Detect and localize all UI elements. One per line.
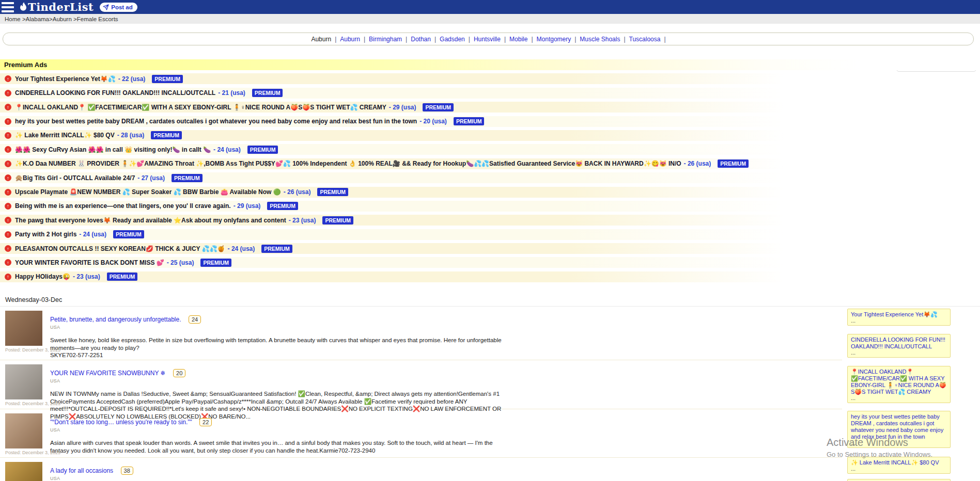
listing-row: Posted: December 3, 2025 "“Don't stare t…: [0, 409, 842, 458]
site-logo[interactable]: TinderList: [19, 2, 94, 12]
city-separator: |: [335, 36, 336, 43]
listing-photo[interactable]: [5, 311, 42, 346]
premium-ad-age: - 25 (usa): [167, 259, 194, 266]
city-link[interactable]: Dothan: [411, 36, 431, 43]
city-link[interactable]: Montgomery: [537, 36, 571, 43]
sidebar-ad-ellipsis: ...: [851, 395, 947, 401]
sidebar-ad-box[interactable]: 🌺🌺 Sexy CuRvy Asian 🌺🌺 in call 👑 visitin…: [847, 479, 951, 481]
premium-badge: PREMIUM: [252, 89, 283, 97]
sidebar-ad-link[interactable]: CINDERELLA LOOKING FOR FUN!!! OAKLAND!!!…: [851, 336, 947, 350]
breadcrumb-link[interactable]: Auburn: [53, 16, 72, 22]
premium-badge: PREMIUM: [322, 216, 353, 225]
city-separator: |: [434, 36, 436, 43]
listing-contact: SKYE702-577-2251: [50, 351, 842, 359]
premium-ad-row: Being with me is an experience—one that …: [0, 201, 980, 212]
listing-title-link[interactable]: YOUR NEW FAVORITE SNOWBUNNY ❄: [50, 370, 166, 377]
premium-ad-age: - 22 (usa): [118, 75, 146, 83]
sidebar-ad-box[interactable]: ✨ Lake Merritt INCALL✨ $80 QV ...: [847, 457, 951, 474]
premium-ad-age: - 29 (usa): [234, 202, 261, 210]
premium-ad-row: PLEASANTON OUTCALLS !! SEXY KOREAN💋 THIC…: [0, 243, 980, 254]
premium-ad-link[interactable]: CINDERELLA LOOKING FOR FUN!!! OAKLAND!!!…: [15, 89, 215, 97]
up-arrow-icon: [5, 75, 11, 82]
premium-ad-link[interactable]: PLEASANTON OUTCALLS !! SEXY KOREAN💋 THIC…: [15, 245, 225, 252]
date-header: Wednesday-03-Dec: [0, 295, 980, 307]
up-arrow-icon: [5, 245, 11, 252]
sidebar-ad-box[interactable]: CINDERELLA LOOKING FOR FUN!!! OAKLAND!!!…: [847, 334, 951, 358]
listing-description: Sweet like honey, bold like espresso. Pe…: [50, 336, 502, 351]
premium-ad-row: ✨K.O Daa NUMBER 🐰 PROVIDER 🧍✨💕AMAZING Th…: [0, 158, 980, 169]
premium-ad-link[interactable]: Being with me is an experience—one that …: [15, 202, 231, 210]
premium-ad-link[interactable]: ✨K.O Daa NUMBER 🐰 PROVIDER 🧍✨💕AMAZING Th…: [15, 160, 681, 167]
city-nav: Auburn|Auburn|Birmingham|Dothan|Gadsden|…: [3, 33, 974, 45]
premium-ad-age: - 26 (usa): [284, 188, 311, 196]
premium-ad-link[interactable]: 📍INCALL OAKLAND📍 ✅FACETIME/CAR✅ WITH A S…: [15, 104, 386, 111]
premium-ad-age: - 27 (usa): [137, 174, 165, 182]
up-arrow-icon: [5, 161, 11, 167]
sidebar-ad-link[interactable]: ✨ Lake Merritt INCALL✨ $80 QV: [851, 459, 947, 466]
listing-country: USA: [50, 427, 842, 432]
premium-ad-age: - 21 (usa): [218, 89, 245, 97]
listing-photo[interactable]: [5, 413, 42, 448]
age-badge: 24: [189, 315, 201, 324]
premium-ad-row: 📍INCALL OAKLAND📍 ✅FACETIME/CAR✅ WITH A S…: [0, 102, 980, 113]
sidebar-ad-box[interactable]: 📍INCALL OAKLAND📍 ✅FACETIME/CAR✅ WITH A S…: [847, 366, 951, 403]
premium-ad-row: Your Tightest Experience Yet🦊💦 - 22 (usa…: [0, 73, 980, 84]
listing-title-link[interactable]: Petite, brunette, and dangerously unforg…: [50, 316, 181, 323]
premium-badge: PREMIUM: [113, 230, 144, 238]
breadcrumb-link[interactable]: Home: [5, 16, 21, 22]
city-separator: |: [574, 36, 576, 43]
breadcrumb-link[interactable]: Female Escorts: [77, 16, 118, 22]
premium-ad-link[interactable]: 🌺🌺 Sexy CuRvy Asian 🌺🌺 in call 👑 visitin…: [15, 146, 211, 153]
listing-title-link[interactable]: "“Don't stare too long… unless you're re…: [50, 419, 192, 426]
sidebar-ads: Your Tightest Experience Yet🦊💦 ... CINDE…: [847, 309, 951, 481]
listing-row: Posted: December 3, 2025 Petite, brunett…: [0, 307, 842, 360]
city-separator: |: [504, 36, 506, 43]
premium-badge: PREMIUM: [718, 159, 749, 168]
premium-ad-row: ✨ Lake Merritt INCALL✨ $80 QV - 28 (usa)…: [0, 130, 980, 141]
premium-ad-link[interactable]: ✨ Lake Merritt INCALL✨ $80 QV: [15, 132, 115, 139]
premium-ad-link[interactable]: Your Tightest Experience Yet🦊💦: [15, 75, 116, 83]
listing-photo[interactable]: [5, 364, 42, 399]
hamburger-menu-icon[interactable]: [2, 2, 14, 12]
city-link[interactable]: Tuscaloosa: [629, 36, 661, 43]
sidebar-ad-link[interactable]: hey its your best wettes petite baby DRE…: [851, 413, 947, 440]
post-ad-button[interactable]: Post ad: [100, 3, 137, 12]
listing-photo[interactable]: [5, 462, 42, 481]
breadcrumb: Home >Alabama>Auburn >Female Escorts: [0, 14, 980, 24]
city-link[interactable]: Mobile: [509, 36, 527, 43]
city-link[interactable]: Huntsville: [474, 36, 501, 43]
sidebar-ad-box[interactable]: Your Tightest Experience Yet🦊💦 ...: [847, 309, 951, 326]
premium-ad-link[interactable]: The pawg that everyone loves🦊 Ready and …: [15, 217, 286, 224]
premium-ad-link[interactable]: 🙊Big Tits Girl - OUTCALL Available 24/7: [15, 174, 135, 182]
city-separator: |: [469, 36, 470, 43]
city-link[interactable]: Muscle Shoals: [580, 36, 620, 43]
breadcrumb-separator: >: [72, 16, 77, 22]
premium-ad-link[interactable]: YOUR WINTER FAVORITE IS BACK DONT MISS 💕: [15, 259, 164, 266]
premium-badge: PREMIUM: [151, 131, 182, 139]
sidebar-ad-box[interactable]: hey its your best wettes petite baby DRE…: [847, 411, 951, 448]
premium-ad-link[interactable]: Party with 2 Hot girls: [15, 231, 76, 238]
age-badge: 20: [173, 369, 185, 377]
sidebar-ad-ellipsis: ...: [851, 350, 947, 356]
premium-ad-row: Party with 2 Hot girls - 24 (usa) PREMIU…: [0, 229, 980, 240]
premium-ad-row: 🌺🌺 Sexy CuRvy Asian 🌺🌺 in call 👑 visitin…: [0, 144, 980, 155]
listing-title-link[interactable]: A lady for all occasions: [50, 467, 113, 474]
premium-ad-row: 🙊Big Tits Girl - OUTCALL Available 24/7 …: [0, 172, 980, 183]
sidebar-ad-link[interactable]: 📍INCALL OAKLAND📍 ✅FACETIME/CAR✅ WITH A S…: [851, 368, 947, 395]
age-badge: 38: [121, 467, 133, 475]
premium-ad-link[interactable]: Happy HOlidays😜: [15, 273, 70, 280]
premium-badge: PREMIUM: [267, 202, 298, 210]
city-link[interactable]: Auburn: [340, 36, 360, 43]
city-link[interactable]: Birmingham: [369, 36, 402, 43]
premium-ad-link[interactable]: hey its your best wettes petite baby DRE…: [15, 118, 417, 125]
up-arrow-icon: [5, 203, 11, 210]
up-arrow-icon: [5, 274, 11, 280]
breadcrumb-separator: >: [49, 16, 53, 22]
breadcrumb-link[interactable]: Alabama: [26, 16, 49, 22]
premium-ads-section: Premium Ads Your Tightest Experience Yet…: [0, 59, 980, 282]
premium-badge: PREMIUM: [317, 188, 348, 196]
city-link[interactable]: Gadsden: [440, 36, 465, 43]
listing-country: USA: [50, 476, 842, 481]
sidebar-ad-link[interactable]: Your Tightest Experience Yet🦊💦: [851, 311, 947, 318]
premium-ad-link[interactable]: Upscale Playmate 🚨NEW NUMBER 💦 Super Soa…: [15, 188, 281, 196]
